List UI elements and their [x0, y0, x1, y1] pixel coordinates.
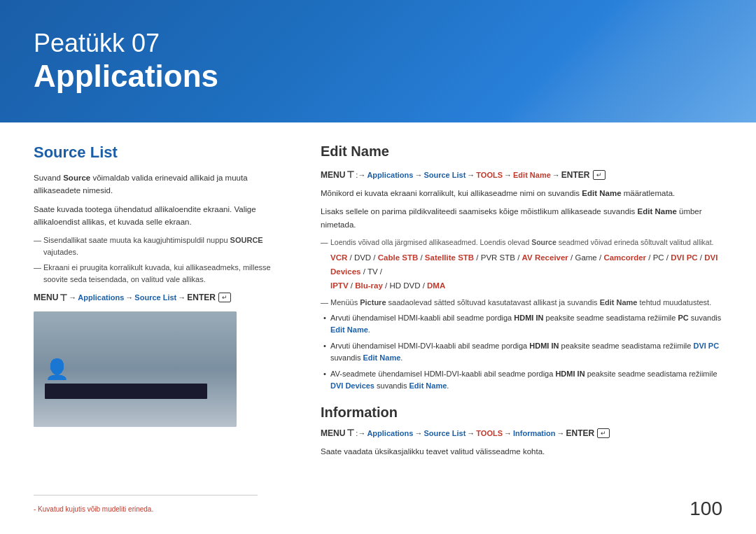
dash1-suffix: vajutades. [43, 248, 78, 256]
hddvd-text: HD DVD [389, 281, 420, 290]
bullet-item-2: Arvuti ühendamisel HDMI-DVI-kaabli abil … [321, 340, 722, 364]
screenshot-box: 👤 [34, 311, 237, 427]
edit-menu-blue3: Edit Name [513, 171, 551, 179]
footer-note: - Kuvatud kujutis võib mudeliti erineda. [34, 505, 153, 513]
edit-para1: Mõnikord ei kuvata ekraani korralikult, … [321, 187, 722, 199]
dash1-bold: SOURCE [230, 236, 263, 244]
dvi-pc-link: DVI PC [671, 253, 697, 262]
menu-path-left: MENU ⊤ → Applications → Source List → EN… [34, 293, 293, 303]
footer-divider [34, 495, 258, 496]
info-menu-blue2: Source List [424, 429, 465, 437]
av-link: AV Receiver [522, 253, 568, 262]
dash1-prefix: Sisendallikat saate muuta ka kaugjuhtimi… [43, 236, 230, 244]
info-menu-blue1: Applications [367, 429, 413, 437]
source-list-heading: Source List [34, 143, 293, 162]
edit-name-heading: Edit Name [321, 143, 722, 160]
dash-item-1: Sisendallikat saate muuta ka kaugjuhtimi… [34, 234, 293, 258]
menu-t-icon: ⊤ [59, 293, 67, 303]
info-heading: Information [321, 405, 722, 421]
menu-path-info: MENU ⊤ :→ Applications → Source List → T… [321, 428, 722, 438]
info-menu-red: TOOLS [476, 429, 503, 437]
enter-icon-edit: ↵ [593, 170, 606, 180]
info-menu-blue3: Information [513, 429, 556, 437]
dash2-text: Ekraani ei pruugita korralikult kuvada, … [43, 263, 271, 283]
dash-item-2: Ekraani ei pruugita korralikult kuvada, … [34, 262, 293, 286]
menu-enter: ENTER [187, 293, 216, 302]
header-line2: Applications [34, 58, 218, 95]
vcr-link: VCR [330, 253, 347, 262]
pvr-text: PVR STB [481, 253, 515, 262]
para1-prefix: Suvand [34, 174, 63, 182]
dma-link: DMA [427, 281, 445, 290]
right-column: Edit Name MENU ⊤ :→ Applications → Sourc… [321, 143, 722, 478]
screenshot-inner: 👤 [45, 358, 225, 399]
enter-icon-info: ↵ [597, 428, 610, 438]
source-list-para1: Suvand Source võimaldab valida erinevaid… [34, 171, 293, 197]
header-title: Peatükk 07 Applications [34, 28, 218, 95]
edit-menu-blue1: Applications [367, 171, 413, 179]
source-list-para2: Saate kuvada tootega ühendatud allikaloe… [34, 203, 293, 229]
tv-text: TV [368, 267, 378, 276]
menu-arrow1: → [69, 293, 76, 302]
info-menu-label: MENU [321, 428, 345, 438]
edit-para2: Lisaks sellele on parima pildikvaliteedi… [321, 205, 722, 231]
camcorder-link: Camcorder [603, 253, 646, 262]
page-number: 100 [690, 498, 722, 520]
info-menu-t-icon: ⊤ [346, 428, 354, 438]
content-area: Source List Suvand Source võimaldab vali… [0, 122, 756, 492]
left-column: Source List Suvand Source võimaldab vali… [34, 143, 293, 478]
para1-bold: Source [63, 174, 90, 182]
bullet-item-3: AV-seadmete ühendamisel HDMI-DVI-kaabli … [321, 368, 722, 392]
person-icon: 👤 [45, 358, 225, 381]
game-text: Game [575, 253, 596, 262]
edit-menu-red: TOOLS [476, 171, 503, 179]
header-line1: Peatükk 07 [34, 28, 218, 58]
screenshot-bar [45, 384, 207, 399]
edit-menu-label: MENU [321, 170, 345, 180]
menu-label-left: MENU [34, 293, 58, 302]
enter-icon-left: ↵ [218, 293, 231, 302]
menu-path-edit: MENU ⊤ :→ Applications → Source List → T… [321, 169, 722, 180]
menu-arrow2: → [125, 293, 133, 302]
pc-text: PC [653, 253, 664, 262]
dash-item-3: Loendis võivad olla järgmised allikasead… [321, 237, 722, 248]
edit-menu-t-icon: ⊤ [346, 169, 354, 180]
header-banner: Peatükk 07 Applications [0, 0, 756, 122]
dash-item-4: Menüüs Picture saadaolevad sätted sõltuv… [321, 297, 722, 309]
dvd-text: DVD [354, 253, 371, 262]
bullet-item-1: Arvuti ühendamisel HDMI-kaabli abil sead… [321, 312, 722, 336]
info-para: Saate vaadata üksikasjalikku teavet vali… [321, 445, 722, 458]
satellite-stb-link: Satellite STB [425, 253, 474, 262]
info-section: Information MENU ⊤ :→ Applications → Sou… [321, 405, 722, 458]
menu-blue1: Applications [78, 293, 124, 302]
cable-stb-link: Cable STB [378, 253, 419, 262]
iptv-link: IPTV [330, 281, 349, 290]
edit-menu-blue2: Source List [424, 171, 465, 179]
colored-links-block: VCR / DVD / Cable STB / Satellite STB / … [321, 251, 722, 293]
bluray-link: Blu-ray [355, 281, 383, 290]
menu-blue2: Source List [134, 293, 176, 302]
menu-arrow3: → [178, 293, 186, 302]
